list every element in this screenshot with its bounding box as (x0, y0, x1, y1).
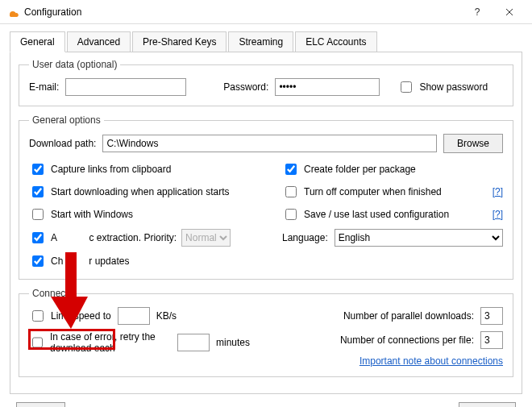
retry-unit: minutes (216, 337, 250, 348)
window-title: Configuration (24, 6, 461, 18)
help-button[interactable]: ? (461, 1, 493, 23)
limit-speed-checkbox[interactable]: Limit speed to (29, 308, 111, 324)
save-config-checkbox[interactable]: Save / use last used configuration (282, 206, 449, 222)
help-icon[interactable]: [?] (493, 186, 503, 197)
app-icon (6, 6, 19, 19)
tab-general[interactable]: General (10, 31, 65, 52)
tab-strip: General Advanced Pre-Shared Keys Streami… (0, 24, 532, 52)
help-icon[interactable]: [?] (493, 209, 503, 220)
dialog-footer: Save Cancel (0, 394, 532, 407)
tab-streaming[interactable]: Streaming (228, 31, 293, 52)
limit-speed-unit: KB/s (156, 310, 177, 322)
capture-links-checkbox[interactable]: Capture links from clipboard (29, 161, 250, 177)
perfile-label: Number of connections per file: (340, 334, 474, 346)
userdata-group: User data (optional) E-mail: Password: S… (19, 59, 513, 106)
connections-note-link[interactable]: Important note about connections (360, 355, 503, 367)
parallel-input[interactable] (480, 307, 503, 325)
browse-button[interactable]: Browse (443, 134, 503, 153)
save-button[interactable]: Save (16, 402, 65, 407)
userdata-legend: User data (optional) (29, 59, 120, 70)
show-password-checkbox[interactable]: Show password (397, 79, 488, 95)
titlebar: Configuration ? (0, 0, 532, 24)
show-password-box[interactable] (401, 81, 412, 93)
cancel-button[interactable]: Cancel (459, 402, 516, 407)
start-downloading-checkbox[interactable]: Start downloading when application start… (29, 184, 250, 200)
tab-preshared-keys[interactable]: Pre-Shared Keys (132, 31, 227, 52)
auto-extract-checkbox[interactable]: Automatic extraction. Priority: Normal (29, 229, 250, 247)
parallel-label: Number of parallel downloads: (343, 310, 474, 322)
connection-group: Connec Limit speed to KB/s In case of er… (19, 288, 513, 377)
tab-advanced[interactable]: Advanced (67, 31, 131, 52)
download-path-label: Download path: (29, 138, 96, 149)
show-password-label: Show password (419, 81, 488, 93)
connection-legend: Connec (29, 288, 69, 299)
language-label: Language: (282, 232, 328, 243)
password-input[interactable] (275, 78, 380, 96)
limit-speed-input (118, 307, 150, 325)
general-options-group: General options Download path: Browse Ca… (19, 114, 513, 280)
tab-elc-accounts[interactable]: ELC Accounts (295, 31, 376, 52)
start-with-windows-checkbox[interactable]: Start with Windows (29, 206, 250, 222)
email-input[interactable] (65, 78, 186, 96)
close-button[interactable] (493, 1, 526, 23)
create-folder-checkbox[interactable]: Create folder per package (282, 161, 503, 177)
email-label: E-mail: (29, 81, 59, 93)
perfile-input[interactable] (480, 331, 503, 349)
turnoff-checkbox[interactable]: Turn off computer when finished (282, 184, 442, 200)
download-path-input[interactable] (102, 135, 437, 152)
retry-checkbox[interactable]: In case of error, retry the download eac… (29, 331, 171, 354)
tab-panel-general: User data (optional) E-mail: Password: S… (10, 52, 522, 394)
check-updates-checkbox[interactable]: Check for updates (29, 253, 250, 269)
language-select[interactable]: English (335, 229, 503, 247)
password-label: Password: (223, 81, 268, 93)
priority-select: Normal (181, 229, 231, 247)
general-options-legend: General options (29, 114, 104, 126)
retry-input (177, 334, 210, 351)
